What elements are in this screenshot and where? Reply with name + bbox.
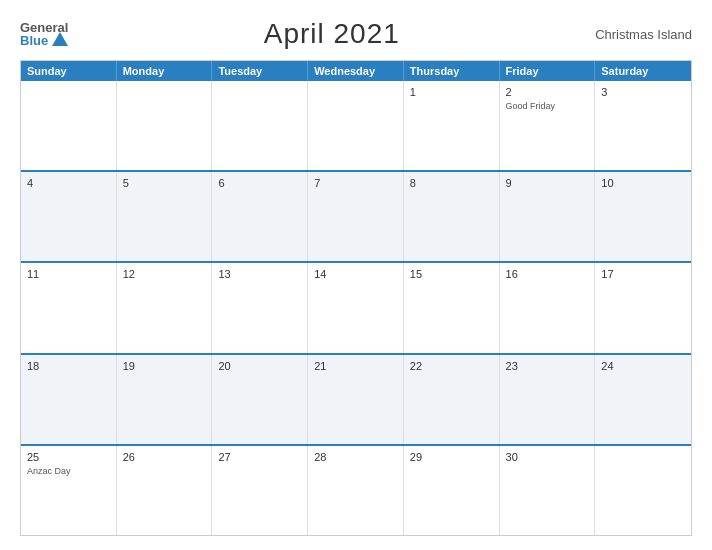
day-header-tuesday: Tuesday bbox=[212, 61, 308, 81]
day-number: 26 bbox=[123, 450, 206, 465]
day-number: 21 bbox=[314, 359, 397, 374]
day-cell: 27 bbox=[212, 446, 308, 535]
day-cell: 17 bbox=[595, 263, 691, 352]
day-number: 2 bbox=[506, 85, 589, 100]
day-number: 27 bbox=[218, 450, 301, 465]
day-number: 23 bbox=[506, 359, 589, 374]
day-cell: 21 bbox=[308, 355, 404, 444]
calendar-page: General Blue April 2021 Christmas Island… bbox=[0, 0, 712, 550]
day-number: 4 bbox=[27, 176, 110, 191]
day-cell: 4 bbox=[21, 172, 117, 261]
day-cell: 20 bbox=[212, 355, 308, 444]
week-row-5: 25Anzac Day2627282930 bbox=[21, 444, 691, 535]
day-cell: 19 bbox=[117, 355, 213, 444]
day-cell: 7 bbox=[308, 172, 404, 261]
day-header-wednesday: Wednesday bbox=[308, 61, 404, 81]
day-number: 24 bbox=[601, 359, 685, 374]
day-number: 9 bbox=[506, 176, 589, 191]
day-cell: 5 bbox=[117, 172, 213, 261]
day-cell: 1 bbox=[404, 81, 500, 170]
day-number: 19 bbox=[123, 359, 206, 374]
day-cell: 9 bbox=[500, 172, 596, 261]
day-cell bbox=[595, 446, 691, 535]
day-number: 18 bbox=[27, 359, 110, 374]
day-cell: 24 bbox=[595, 355, 691, 444]
week-row-1: 12Good Friday3 bbox=[21, 81, 691, 170]
day-cell: 14 bbox=[308, 263, 404, 352]
day-number: 5 bbox=[123, 176, 206, 191]
day-number: 13 bbox=[218, 267, 301, 282]
holiday-label: Good Friday bbox=[506, 101, 589, 113]
day-number: 7 bbox=[314, 176, 397, 191]
day-cell: 18 bbox=[21, 355, 117, 444]
logo-blue-text: Blue bbox=[20, 34, 48, 47]
day-headers-row: SundayMondayTuesdayWednesdayThursdayFrid… bbox=[21, 61, 691, 81]
day-number: 28 bbox=[314, 450, 397, 465]
day-number: 8 bbox=[410, 176, 493, 191]
day-cell bbox=[212, 81, 308, 170]
day-cell: 12 bbox=[117, 263, 213, 352]
logo: General Blue bbox=[20, 21, 68, 47]
holiday-label: Anzac Day bbox=[27, 466, 110, 478]
day-cell: 23 bbox=[500, 355, 596, 444]
day-header-monday: Monday bbox=[117, 61, 213, 81]
day-cell: 6 bbox=[212, 172, 308, 261]
day-cell: 22 bbox=[404, 355, 500, 444]
logo-triangle-icon bbox=[52, 32, 68, 46]
day-cell: 29 bbox=[404, 446, 500, 535]
month-title: April 2021 bbox=[264, 18, 400, 50]
day-number: 1 bbox=[410, 85, 493, 100]
day-header-thursday: Thursday bbox=[404, 61, 500, 81]
day-cell: 8 bbox=[404, 172, 500, 261]
day-cell: 25Anzac Day bbox=[21, 446, 117, 535]
day-number: 3 bbox=[601, 85, 685, 100]
day-cell: 15 bbox=[404, 263, 500, 352]
day-number: 12 bbox=[123, 267, 206, 282]
day-cell: 28 bbox=[308, 446, 404, 535]
day-cell: 16 bbox=[500, 263, 596, 352]
day-cell: 3 bbox=[595, 81, 691, 170]
day-number: 15 bbox=[410, 267, 493, 282]
day-cell: 11 bbox=[21, 263, 117, 352]
day-number: 17 bbox=[601, 267, 685, 282]
day-cell: 2Good Friday bbox=[500, 81, 596, 170]
week-row-2: 45678910 bbox=[21, 170, 691, 261]
day-number: 20 bbox=[218, 359, 301, 374]
day-number: 16 bbox=[506, 267, 589, 282]
day-header-saturday: Saturday bbox=[595, 61, 691, 81]
header: General Blue April 2021 Christmas Island bbox=[20, 18, 692, 50]
week-row-3: 11121314151617 bbox=[21, 261, 691, 352]
day-header-friday: Friday bbox=[500, 61, 596, 81]
day-number: 11 bbox=[27, 267, 110, 282]
day-cell: 10 bbox=[595, 172, 691, 261]
day-cell bbox=[117, 81, 213, 170]
day-cell bbox=[21, 81, 117, 170]
day-number: 29 bbox=[410, 450, 493, 465]
region-label: Christmas Island bbox=[595, 27, 692, 42]
week-row-4: 18192021222324 bbox=[21, 353, 691, 444]
day-number: 14 bbox=[314, 267, 397, 282]
day-header-sunday: Sunday bbox=[21, 61, 117, 81]
weeks-container: 12Good Friday345678910111213141516171819… bbox=[21, 81, 691, 535]
day-number: 6 bbox=[218, 176, 301, 191]
day-cell: 26 bbox=[117, 446, 213, 535]
day-cell bbox=[308, 81, 404, 170]
day-number: 25 bbox=[27, 450, 110, 465]
day-number: 30 bbox=[506, 450, 589, 465]
calendar: SundayMondayTuesdayWednesdayThursdayFrid… bbox=[20, 60, 692, 536]
day-cell: 13 bbox=[212, 263, 308, 352]
day-number: 10 bbox=[601, 176, 685, 191]
day-cell: 30 bbox=[500, 446, 596, 535]
day-number: 22 bbox=[410, 359, 493, 374]
